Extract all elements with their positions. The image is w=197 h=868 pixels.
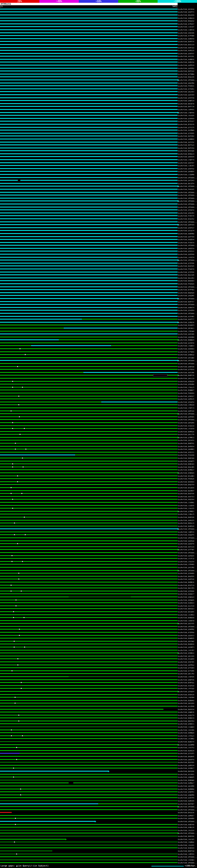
- hit-bar[interactable]: [0, 516, 177, 519]
- hit-label[interactable]: UniRef100_B75317: [178, 120, 194, 122]
- hit-label[interactable]: UniRef100_P50429: [178, 283, 194, 285]
- hit-label[interactable]: UniRef100_B9GGS2: [178, 20, 194, 22]
- hit-label[interactable]: UniRef100_Q7RRE1: [178, 510, 194, 513]
- hit-bar[interactable]: [0, 64, 177, 67]
- hit-bar[interactable]: [0, 797, 177, 800]
- hit-label[interactable]: UniRef100_Q6FQP0: [178, 422, 194, 424]
- hit-bar[interactable]: [0, 436, 177, 439]
- hit-bar[interactable]: [0, 288, 177, 291]
- hit-bar[interactable]: [0, 501, 177, 504]
- hit-label[interactable]: UniRef100_A3LWH4: [178, 658, 194, 660]
- hit-bar[interactable]: [0, 229, 177, 232]
- hit-label[interactable]: UniRef100_UPI000...: [178, 626, 197, 627]
- hit-label[interactable]: UniRef100_Q4IBF3: [178, 646, 194, 648]
- hit-label[interactable]: UniRef100_C5M194: [178, 404, 194, 406]
- hit-bar[interactable]: [0, 173, 177, 176]
- hit-label[interactable]: UniRef100_Q2V3X4: [178, 94, 194, 96]
- hit-label[interactable]: UniRef100_A2Y152: [178, 141, 194, 143]
- hit-label[interactable]: UniRef100_A5DX16: [178, 694, 194, 695]
- hit-bar[interactable]: [0, 752, 177, 755]
- hit-bar[interactable]: [0, 185, 177, 188]
- hit-bar[interactable]: [0, 324, 177, 327]
- hit-bar[interactable]: [0, 608, 177, 611]
- hit-label[interactable]: UniRef100_Q6EE59: [178, 248, 194, 249]
- hit-bar[interactable]: [0, 418, 177, 422]
- hit-label[interactable]: UniRef100_Q81YV5: [178, 623, 194, 624]
- hit-bar[interactable]: [0, 643, 177, 646]
- hit-bar[interactable]: [0, 58, 177, 61]
- hit-bar[interactable]: [0, 409, 177, 412]
- hit-bar[interactable]: [0, 581, 177, 584]
- hit-label[interactable]: UniRef100_B2VRH7: [178, 490, 194, 492]
- hit-label[interactable]: UniRef100_UPI000...: [178, 363, 197, 365]
- hit-label[interactable]: UniRef100_Q5KH17: [178, 395, 194, 397]
- hit-label[interactable]: UniRef100_A7TW49: [178, 351, 194, 353]
- hit-label[interactable]: UniRef100_B9ZYV6: [178, 493, 194, 495]
- hit-bar[interactable]: [0, 593, 177, 596]
- hit-bar[interactable]: [0, 590, 177, 593]
- hit-bar[interactable]: [0, 534, 177, 537]
- hit-label[interactable]: UniRef100_B3LNB3: [178, 475, 194, 477]
- hit-bar[interactable]: [0, 699, 177, 702]
- hit-bar[interactable]: [0, 253, 177, 256]
- hit-label[interactable]: UniRef100_Q4WT14: [178, 100, 194, 102]
- hit-label[interactable]: UniRef100_C5GLL5: [178, 386, 194, 388]
- hit-bar[interactable]: [0, 197, 177, 200]
- hit-label[interactable]: UniRef100_Q39409: [178, 572, 194, 574]
- hit-label[interactable]: UniRef100_UPI000...: [178, 832, 197, 834]
- hit-label[interactable]: UniRef100_Q2H2G5: [178, 555, 194, 557]
- hit-bar[interactable]: [0, 841, 177, 844]
- hit-bar[interactable]: [0, 82, 177, 85]
- hit-bar[interactable]: [0, 28, 177, 31]
- hit-label[interactable]: UniRef100_B1N394: [178, 847, 194, 849]
- hit-bar[interactable]: [0, 341, 177, 345]
- hit-bar[interactable]: [0, 619, 177, 622]
- hit-bar[interactable]: [0, 294, 177, 298]
- hit-label[interactable]: UniRef100_Q7ZY86: [178, 262, 194, 264]
- hit-label[interactable]: UniRef100_B7U1Y6: [178, 123, 194, 125]
- hit-label[interactable]: UniRef100_P49626: [178, 478, 194, 480]
- hit-label[interactable]: UniRef100_A9V7I3: [178, 496, 194, 498]
- hit-bar[interactable]: [0, 811, 177, 814]
- hit-bar[interactable]: [0, 8, 177, 11]
- hit-bar[interactable]: [0, 55, 177, 58]
- hit-bar[interactable]: [0, 498, 177, 501]
- hit-label[interactable]: UniRef100_Q6CWL1: [178, 327, 194, 329]
- hit-label[interactable]: UniRef100_A8B7H8: [178, 824, 194, 826]
- hit-label[interactable]: UniRef100_A2XRW9: [178, 129, 194, 131]
- hit-bar[interactable]: [0, 150, 177, 153]
- hit-label[interactable]: UniRef100_B4FYJ0: [178, 105, 194, 107]
- hit-bar[interactable]: [0, 330, 177, 333]
- hit-bar[interactable]: [0, 161, 177, 164]
- hit-bar[interactable]: [0, 572, 177, 575]
- hit-bar[interactable]: [0, 725, 177, 728]
- hit-bar[interactable]: [0, 622, 177, 625]
- hit-bar[interactable]: [0, 675, 177, 678]
- hit-label[interactable]: UniRef100_C5WY49: [178, 112, 194, 114]
- hit-label[interactable]: UniRef100_A7PVW0: [178, 35, 194, 37]
- hit-bar[interactable]: [0, 380, 177, 383]
- hit-bar[interactable]: [0, 88, 177, 91]
- hit-bar[interactable]: [0, 268, 177, 271]
- hit-bar[interactable]: [0, 285, 177, 288]
- hit-bar[interactable]: [0, 84, 177, 88]
- hit-bar[interactable]: [0, 167, 177, 170]
- hit-bar[interactable]: [0, 120, 177, 123]
- hit-label[interactable]: UniRef100_UPI000...: [178, 194, 197, 196]
- hit-bar[interactable]: [0, 740, 177, 743]
- hit-label[interactable]: UniRef100_A7PG57: [178, 23, 194, 25]
- hit-bar[interactable]: [0, 784, 177, 787]
- hit-bar[interactable]: [0, 466, 177, 469]
- hit-label[interactable]: UniRef100_B9WW27: [178, 389, 194, 391]
- hit-bar[interactable]: [0, 91, 177, 94]
- hit-label[interactable]: UniRef100_UPI000...: [178, 313, 197, 314]
- hit-bar[interactable]: [0, 235, 177, 238]
- hit-bar[interactable]: [0, 628, 177, 631]
- hit-bar[interactable]: [0, 291, 177, 294]
- hit-bar[interactable]: [0, 206, 177, 209]
- hit-label[interactable]: UniRef100_Q9FT84: [178, 236, 194, 238]
- hit-bar[interactable]: [0, 817, 177, 820]
- hit-label[interactable]: UniRef100_B1Q0X3: [178, 324, 194, 326]
- hit-bar[interactable]: [0, 359, 177, 363]
- hit-label[interactable]: UniRef100_P35679: [178, 242, 194, 244]
